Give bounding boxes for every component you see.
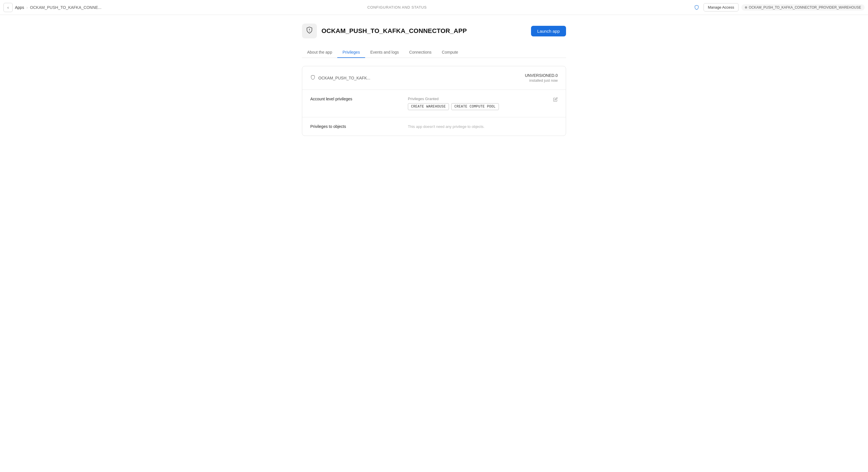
launch-app-button[interactable]: Launch app <box>531 26 566 36</box>
app-info-row: OCKAM_PUSH_TO_KAFK... UNVERSIONED.0 inst… <box>302 66 566 90</box>
app-header-left: OCKAM_PUSH_TO_KAFKA_CONNECTOR_APP <box>302 24 467 38</box>
nav-config-status: CONFIGURATION AND STATUS <box>104 5 690 9</box>
app-row-icon <box>310 75 315 81</box>
app-icon <box>306 26 313 36</box>
privilege-badges: CREATE WAREHOUSE CREATE COMPUTE POOL <box>408 103 549 110</box>
app-version: UNVERSIONED.0 <box>525 73 558 78</box>
app-installed-time: installed just now <box>525 78 558 82</box>
object-privileges-content: This app doesn't need any privilege to o… <box>408 124 558 129</box>
app-icon-box <box>302 24 317 38</box>
object-privileges-label: Privileges to objects <box>310 124 408 129</box>
badge-create-compute-pool: CREATE COMPUTE POOL <box>451 103 499 110</box>
tab-about[interactable]: About the app <box>302 47 337 58</box>
account-privileges-label: Account level privileges <box>310 97 408 101</box>
object-privileges-row: Privileges to objects This app doesn't n… <box>302 117 566 136</box>
warehouse-label: OCKAM_PUSH_TO_KAFKA_CONNECTOR_PROVIDER_W… <box>749 5 861 9</box>
app-info-left: OCKAM_PUSH_TO_KAFK... <box>310 75 370 81</box>
app-header: OCKAM_PUSH_TO_KAFKA_CONNECTOR_APP Launch… <box>302 24 566 38</box>
shield-icon <box>693 3 701 11</box>
privileges-granted-label: Privileges Granted <box>408 97 549 101</box>
tab-events-logs[interactable]: Events and logs <box>365 47 404 58</box>
apps-nav-link[interactable]: Apps <box>15 5 24 10</box>
badge-create-warehouse: CREATE WAREHOUSE <box>408 103 449 110</box>
no-privilege-text: This app doesn't need any privilege to o… <box>408 125 485 129</box>
tab-connections[interactable]: Connections <box>404 47 437 58</box>
nav-separator-1: › <box>26 5 28 10</box>
back-button[interactable]: ‹ <box>3 3 12 12</box>
app-row-right: UNVERSIONED.0 installed just now <box>525 73 558 82</box>
tab-privileges[interactable]: Privileges <box>337 47 365 58</box>
warehouse-pill[interactable]: OCKAM_PUSH_TO_KAFKA_CONNECTOR_PROVIDER_W… <box>741 4 865 11</box>
app-title: OCKAM_PUSH_TO_KAFKA_CONNECTOR_APP <box>321 27 467 35</box>
tabs-bar: About the app Privileges Events and logs… <box>302 47 566 58</box>
manage-access-button[interactable]: Manage Access <box>704 3 739 11</box>
account-privileges-content: Privileges Granted CREATE WAREHOUSE CREA… <box>408 97 549 110</box>
nav-app-name: OCKAM_PUSH_TO_KAFKA_CONNE... <box>30 5 102 10</box>
app-row-name: OCKAM_PUSH_TO_KAFK... <box>318 76 370 80</box>
back-icon: ‹ <box>7 5 9 10</box>
warehouse-dot-icon <box>745 6 747 9</box>
top-nav: ‹ Apps › OCKAM_PUSH_TO_KAFKA_CONNE... CO… <box>0 0 868 15</box>
main-content: OCKAM_PUSH_TO_KAFKA_CONNECTOR_APP Launch… <box>296 15 572 144</box>
account-privileges-row: Account level privileges Privileges Gran… <box>302 90 566 117</box>
nav-right: Manage Access OCKAM_PUSH_TO_KAFKA_CONNEC… <box>693 3 865 11</box>
tab-compute[interactable]: Compute <box>437 47 463 58</box>
privileges-card: OCKAM_PUSH_TO_KAFK... UNVERSIONED.0 inst… <box>302 66 566 136</box>
edit-privileges-button[interactable] <box>553 97 558 102</box>
